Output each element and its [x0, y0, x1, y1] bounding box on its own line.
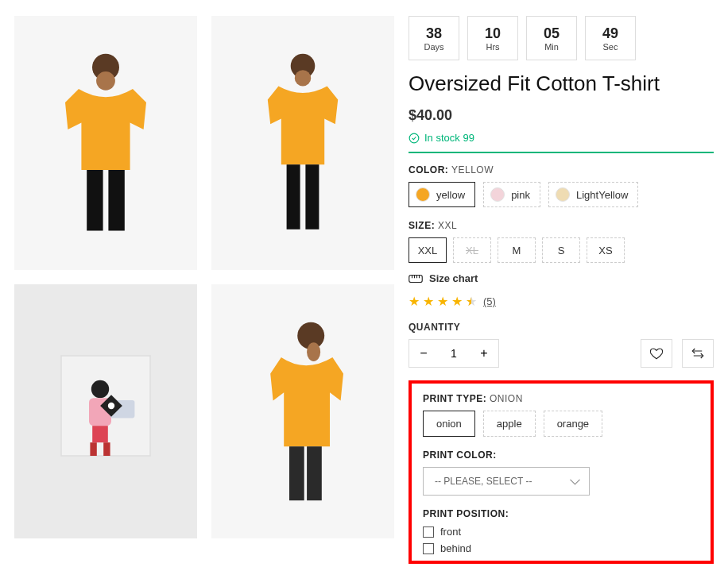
color-swatches: yellow pink LightYellow [409, 182, 714, 207]
star-icon: ★ [451, 294, 463, 309]
rating[interactable]: ★ ★ ★ ★ ★ (5) [409, 294, 714, 309]
tshirt-icon [235, 317, 370, 506]
print-type-onion[interactable]: onion [423, 411, 475, 437]
svg-rect-11 [92, 426, 108, 442]
print-position-label-row: PRINT POSITION: [423, 508, 699, 519]
print-color-label: PRINT COLOR: [423, 449, 497, 461]
svg-rect-2 [87, 170, 103, 231]
compare-icon [691, 346, 705, 361]
svg-rect-13 [103, 442, 110, 456]
color-swatch-yellow[interactable]: yellow [409, 182, 475, 207]
heart-icon [649, 346, 664, 361]
tshirt-icon [235, 48, 370, 237]
countdown-value: 49 [602, 25, 618, 42]
print-type-options: onion apple orange [423, 411, 699, 437]
svg-rect-12 [90, 442, 96, 456]
product-price: $40.00 [409, 107, 714, 124]
size-btn-xxl[interactable]: XXL [409, 237, 447, 263]
size-chart-link[interactable]: Size chart [409, 272, 714, 284]
rating-count: (5) [483, 295, 496, 307]
color-dot-icon [416, 187, 430, 202]
size-value: XXL [438, 220, 457, 231]
qty-minus-button[interactable]: − [409, 340, 438, 367]
tshirt-icon [38, 48, 173, 237]
countdown-value: 05 [544, 25, 560, 42]
svg-point-21 [409, 133, 419, 143]
color-value: YELLOW [451, 164, 494, 176]
print-position-behind[interactable]: behind [423, 542, 699, 554]
print-options-box: PRINT TYPE: ONION onion apple orange PRI… [409, 380, 714, 564]
stock-text: In stock 99 [424, 132, 474, 144]
print-color-select[interactable]: -- PLEASE, SELECT -- [423, 467, 590, 496]
color-label-row: COLOR: YELLOW [409, 164, 714, 176]
svg-rect-19 [289, 446, 304, 500]
svg-rect-22 [409, 275, 423, 282]
quantity-stepper[interactable]: − + [409, 339, 499, 368]
print-color-select-wrap: -- PLEASE, SELECT -- [423, 467, 590, 496]
quantity-label: QUANTITY [409, 322, 714, 333]
svg-point-1 [96, 71, 115, 91]
svg-point-9 [91, 380, 109, 398]
star-icon: ★ [437, 294, 448, 309]
svg-rect-6 [287, 164, 300, 230]
size-btn-xl[interactable]: XL [453, 237, 491, 263]
product-image-1[interactable] [14, 16, 197, 270]
countdown-days: 38 Days [409, 16, 459, 60]
size-options: XXL XL M S XS [409, 237, 714, 263]
stock-status: In stock 99 [409, 132, 714, 153]
checkbox-icon [423, 526, 434, 538]
print-position-front[interactable]: front [423, 526, 699, 538]
size-chart-label: Size chart [429, 272, 478, 284]
print-type-label-row: PRINT TYPE: ONION [423, 393, 699, 404]
svg-rect-7 [305, 164, 319, 230]
check-label: front [440, 526, 461, 538]
countdown-hours: 10 Hrs [467, 16, 518, 60]
ruler-icon [409, 273, 423, 284]
color-dot-icon [490, 187, 505, 202]
size-btn-m[interactable]: M [498, 237, 536, 263]
qty-plus-button[interactable]: + [470, 340, 498, 367]
size-btn-s[interactable]: S [542, 237, 580, 263]
svg-point-18 [307, 342, 320, 361]
print-type-apple[interactable]: apple [483, 411, 536, 437]
countdown-label: Days [424, 42, 443, 52]
wishlist-button[interactable] [641, 339, 672, 368]
swatch-label: pink [511, 189, 530, 201]
print-type-orange[interactable]: orange [544, 411, 602, 437]
product-image-3[interactable] [14, 284, 197, 538]
countdown-value: 38 [426, 25, 442, 42]
compare-button[interactable] [682, 339, 714, 368]
color-swatch-lightyellow[interactable]: LightYellow [548, 182, 638, 207]
color-swatch-pink[interactable]: pink [483, 182, 540, 207]
swatch-label: yellow [436, 189, 465, 201]
countdown-timer: 38 Days 10 Hrs 05 Min 49 Sec [409, 16, 714, 60]
print-position-label: PRINT POSITION: [423, 508, 509, 519]
size-label: SIZE: [409, 220, 435, 231]
svg-point-16 [108, 403, 114, 409]
color-dot-icon [556, 187, 570, 202]
countdown-value: 10 [485, 25, 501, 42]
product-gallery [14, 16, 394, 564]
print-position-options: front behind [423, 526, 699, 554]
print-type-label: PRINT TYPE: [423, 393, 486, 404]
countdown-label: Sec [603, 42, 618, 52]
size-btn-xs[interactable]: XS [587, 237, 625, 263]
print-type-value: ONION [490, 393, 523, 404]
print-color-label-row: PRINT COLOR: [423, 449, 699, 461]
star-half-icon: ★ [466, 294, 477, 309]
product-image-2[interactable] [211, 16, 394, 270]
product-image-4[interactable] [211, 284, 394, 538]
check-circle-icon [409, 133, 420, 144]
qty-input[interactable] [438, 340, 470, 367]
star-icon: ★ [409, 294, 420, 309]
countdown-label: Hrs [486, 42, 499, 52]
countdown-sec: 49 Sec [585, 16, 636, 60]
svg-point-5 [295, 70, 311, 86]
check-label: behind [440, 542, 471, 554]
countdown-min: 05 Min [526, 16, 577, 60]
svg-rect-3 [108, 170, 124, 231]
countdown-label: Min [544, 42, 559, 52]
product-title: Oversized Fit Cotton T-shirt [409, 71, 714, 96]
checkbox-icon [423, 543, 434, 554]
mascot-icon [50, 345, 161, 478]
